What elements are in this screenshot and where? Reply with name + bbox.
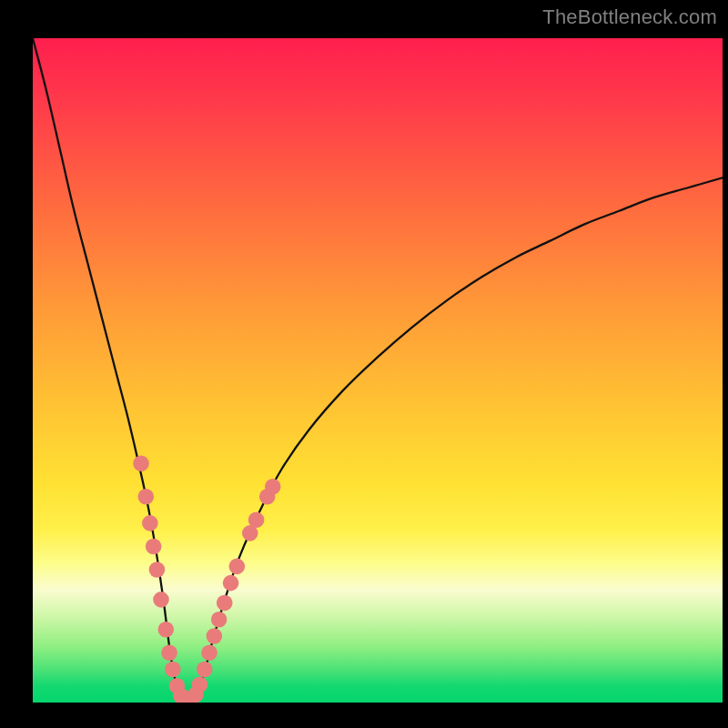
- data-marker: [265, 479, 281, 495]
- data-marker: [165, 662, 181, 678]
- data-marker: [149, 561, 166, 578]
- data-marker: [229, 559, 246, 575]
- curve-layer: [33, 38, 723, 701]
- data-marker: [201, 644, 217, 661]
- data-marker: [197, 662, 213, 678]
- data-marker: [192, 676, 208, 693]
- chart-svg: [33, 38, 723, 703]
- data-marker: [153, 592, 169, 608]
- data-markers-group: [133, 455, 280, 703]
- data-marker: [142, 515, 158, 531]
- data-marker: [138, 489, 155, 505]
- data-marker: [223, 575, 239, 592]
- data-marker: [146, 539, 162, 555]
- data-marker: [217, 595, 233, 612]
- plot-area: [33, 38, 723, 703]
- data-marker: [248, 511, 265, 528]
- data-marker: [211, 612, 228, 628]
- chart-frame: TheBottleneck.com: [0, 0, 728, 728]
- data-marker: [161, 644, 177, 661]
- watermark-text: TheBottleneck.com: [542, 5, 717, 29]
- bottleneck-curve: [33, 38, 723, 701]
- data-marker: [133, 455, 149, 471]
- data-marker: [207, 628, 223, 644]
- data-marker: [157, 622, 174, 638]
